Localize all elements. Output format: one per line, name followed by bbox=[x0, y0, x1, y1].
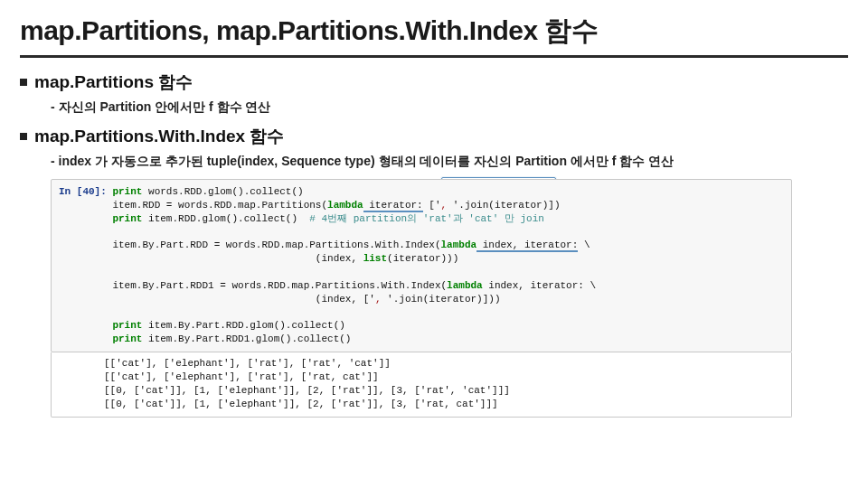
section1-heading: map.Partitions 함수 bbox=[20, 70, 848, 94]
jupyter-prompt: In [40]: bbox=[59, 186, 107, 197]
slide-root: map.Partitions, map.Partitions.With.Inde… bbox=[0, 0, 868, 418]
page-title: map.Partitions, map.Partitions.With.Inde… bbox=[20, 13, 848, 50]
code-text: item.By.Part.RDD = words.RDD.map.Partiti… bbox=[112, 239, 440, 250]
output-line: [[0, ['cat']], [1, ['elephant']], [2, ['… bbox=[104, 399, 498, 409]
code-text: words.RDD.glom().collect() bbox=[142, 186, 303, 197]
code-wrapper: sequence 타입의 객체 int, sequence 타입 In [40]… bbox=[51, 179, 792, 418]
kw-print: print bbox=[112, 320, 142, 331]
code-cell: In [40]: print words.RDD.glom().collect(… bbox=[51, 179, 792, 352]
output-cell: [['cat'], ['elephant'], ['rat'], ['rat',… bbox=[51, 352, 792, 417]
kw-print: print bbox=[112, 333, 142, 344]
code-text: \ bbox=[578, 239, 590, 250]
code-text: item.By.Part.RDD1 = words.RDD.map.Partit… bbox=[112, 280, 447, 291]
code-text: index, iterator: \ bbox=[483, 280, 596, 291]
code-comment: # 4번째 partition의 'rat'과 'cat' 만 join bbox=[309, 213, 544, 224]
output-line: [['cat'], ['elephant'], ['rat'], ['rat',… bbox=[104, 358, 391, 369]
bullet-icon bbox=[20, 133, 27, 140]
index-iterator-highlight: index, iterator: bbox=[476, 239, 578, 252]
bullet-icon bbox=[20, 79, 27, 86]
output-line: [[0, ['cat']], [1, ['elephant']], [2, ['… bbox=[104, 385, 510, 396]
code-text: (iterator))) bbox=[387, 253, 458, 264]
title-divider bbox=[20, 55, 848, 58]
code-text: '.join(iterator)]) bbox=[453, 200, 561, 211]
code-text: (index, [' bbox=[112, 294, 374, 305]
code-text: [' bbox=[423, 200, 441, 211]
code-text: '.join(iterator)])) bbox=[387, 294, 500, 305]
iterator-highlight: iterator: bbox=[363, 200, 423, 212]
kw-lambda: lambda bbox=[327, 200, 363, 211]
kw-lambda: lambda bbox=[440, 239, 476, 250]
output-line: [['cat'], ['elephant'], ['rat'], ['rat, … bbox=[104, 371, 379, 382]
code-text: (index, bbox=[112, 253, 363, 264]
kw-list: list bbox=[363, 253, 387, 264]
code-text: item.By.Part.RDD1.glom().collect() bbox=[142, 333, 351, 344]
kw-print: print bbox=[112, 213, 142, 224]
section2-heading: map.Partitions.With.Index 함수 bbox=[20, 125, 848, 148]
str-literal: , bbox=[441, 200, 453, 211]
section1-sub: 자신의 Partition 안에서만 f 함수 연산 bbox=[51, 99, 848, 116]
section1-heading-text: map.Partitions 함수 bbox=[34, 70, 193, 94]
kw-lambda: lambda bbox=[447, 280, 483, 291]
section2-heading-text: map.Partitions.With.Index 함수 bbox=[34, 125, 284, 148]
code-text: item.RDD = words.RDD.map.Partitions( bbox=[112, 200, 327, 211]
str-literal: , bbox=[375, 294, 387, 305]
code-text: item.RDD.glom().collect() bbox=[142, 213, 309, 224]
section2-sub: index 가 자동으로 추가된 tuple(index, Sequence t… bbox=[51, 154, 848, 170]
kw-print: print bbox=[112, 186, 142, 197]
code-text: item.By.Part.RDD.glom().collect() bbox=[142, 320, 344, 331]
